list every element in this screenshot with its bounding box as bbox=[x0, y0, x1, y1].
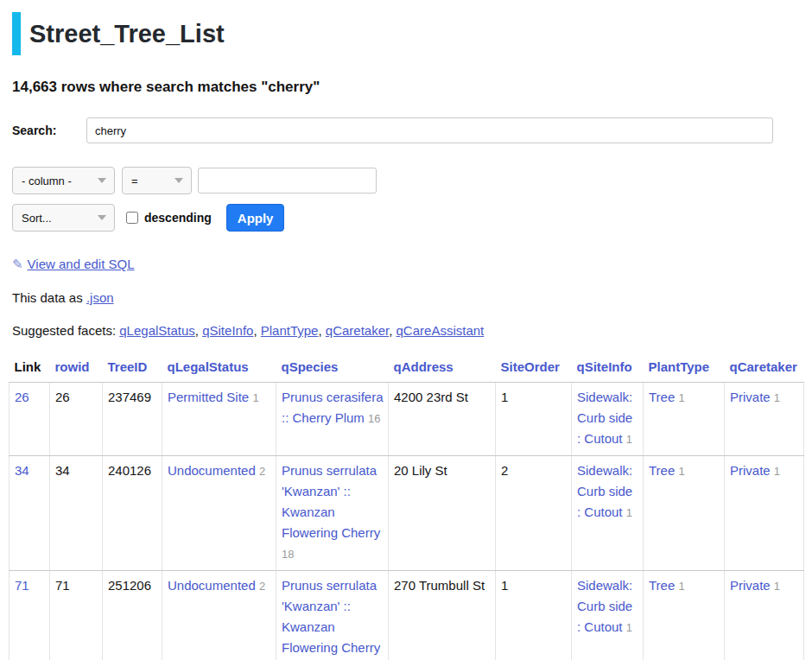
cell-qCaretaker: Private 1 bbox=[725, 571, 804, 660]
cell-Link: 34 bbox=[10, 456, 50, 571]
filter-value-input[interactable] bbox=[198, 168, 377, 194]
facet-count: 1 bbox=[626, 621, 632, 634]
cell-rowid: 71 bbox=[50, 571, 103, 660]
facet-value-link[interactable]: Tree bbox=[649, 578, 675, 593]
column-header-SiteOrder[interactable]: SiteOrder bbox=[496, 356, 572, 383]
facet-value-link[interactable]: Prunus serrulata 'Kwanzan' :: Kwanzan Fl… bbox=[282, 578, 380, 655]
column-header-qSpecies[interactable]: qSpecies bbox=[276, 356, 389, 383]
facet-value-link[interactable]: Undocumented bbox=[168, 578, 256, 593]
facet-count: 1 bbox=[252, 391, 258, 404]
column-header-PlantType[interactable]: PlantType bbox=[644, 356, 725, 383]
cell-TreeID: 237469 bbox=[103, 383, 162, 456]
cell-SiteOrder: 1 bbox=[496, 571, 572, 660]
cell-rowid: 26 bbox=[50, 383, 103, 456]
column-select[interactable]: - column - bbox=[12, 167, 115, 194]
facet-value-link[interactable]: Undocumented bbox=[168, 463, 256, 478]
column-header-qLegalStatus[interactable]: qLegalStatus bbox=[162, 356, 276, 383]
cell-qAddress: 4200 23rd St bbox=[389, 383, 496, 456]
cell-qAddress: 270 Trumbull St bbox=[389, 571, 496, 660]
cell-qSiteInfo: Sidewalk: Curb side : Cutout 1 bbox=[572, 571, 644, 660]
facet-count: 1 bbox=[774, 465, 780, 478]
cell-Link: 26 bbox=[10, 383, 50, 456]
facet-link-qLegalStatus[interactable]: qLegalStatus bbox=[119, 323, 195, 338]
facet-value-link[interactable]: Private bbox=[730, 578, 771, 593]
apply-button[interactable]: Apply bbox=[226, 204, 285, 232]
facet-links: qLegalStatus, qSiteInfo, PlantType, qCar… bbox=[119, 323, 484, 338]
facet-count: 2 bbox=[259, 465, 265, 478]
cell-PlantType: Tree 1 bbox=[644, 456, 725, 571]
operator-select[interactable]: = bbox=[122, 167, 192, 194]
descending-checkbox[interactable] bbox=[126, 212, 138, 224]
view-edit-sql-link[interactable]: View and edit SQL bbox=[28, 257, 135, 271]
facet-count: 16 bbox=[368, 412, 380, 425]
column-header-qAddress[interactable]: qAddress bbox=[389, 356, 496, 383]
facet-link-PlantType[interactable]: PlantType bbox=[261, 323, 319, 338]
facet-value-link[interactable]: Private bbox=[730, 463, 771, 478]
cell-qSpecies: Prunus serrulata 'Kwanzan' :: Kwanzan Fl… bbox=[276, 571, 389, 660]
page: Street_Tree_List 14,663 rows where searc… bbox=[0, 0, 812, 660]
search-input[interactable] bbox=[86, 117, 773, 143]
cell-qSiteInfo: Sidewalk: Curb side : Cutout 1 bbox=[572, 383, 644, 456]
search-row: Search: bbox=[12, 117, 773, 143]
cell-TreeID: 251206 bbox=[103, 571, 162, 660]
row-count-summary: 14,663 rows where search matches "cherry… bbox=[12, 79, 800, 96]
facet-count: 1 bbox=[774, 391, 780, 404]
facet-value-link[interactable]: Sidewalk: Curb side : Cutout bbox=[577, 390, 632, 446]
column-header-qCaretaker[interactable]: qCaretaker bbox=[725, 356, 804, 383]
cell-SiteOrder: 1 bbox=[496, 383, 572, 456]
table-row: 7171251206Undocumented 2Prunus serrulata… bbox=[10, 571, 804, 660]
facet-count: 1 bbox=[626, 433, 632, 446]
row-link[interactable]: 26 bbox=[15, 390, 29, 404]
cell-qSiteInfo: Sidewalk: Curb side : Cutout 1 bbox=[572, 456, 644, 571]
sort-select[interactable]: Sort... bbox=[12, 204, 115, 232]
cell-qCaretaker: Private 1 bbox=[725, 456, 804, 571]
data-as-prefix: This data as bbox=[12, 290, 83, 305]
descending-label: descending bbox=[144, 211, 212, 225]
data-format-link[interactable]: .json bbox=[86, 290, 114, 305]
row-link[interactable]: 71 bbox=[15, 578, 29, 593]
column-header-Link: Link bbox=[10, 356, 50, 383]
title-block: Street_Tree_List bbox=[12, 12, 800, 55]
facet-value-link[interactable]: Private bbox=[730, 390, 771, 404]
row-link[interactable]: 34 bbox=[15, 463, 29, 478]
facet-link-qCareAssistant[interactable]: qCareAssistant bbox=[396, 323, 485, 338]
cell-PlantType: Tree 1 bbox=[644, 383, 725, 456]
column-header-qSiteInfo[interactable]: qSiteInfo bbox=[572, 356, 644, 383]
facet-link-qSiteInfo[interactable]: qSiteInfo bbox=[202, 323, 253, 338]
facet-count: 2 bbox=[259, 580, 265, 593]
pencil-icon: ✎ bbox=[12, 257, 23, 271]
facet-value-link[interactable]: Sidewalk: Curb side : Cutout bbox=[577, 463, 632, 519]
cell-qAddress: 20 Lily St bbox=[389, 456, 496, 571]
facet-count: 18 bbox=[282, 548, 294, 561]
facet-value-link[interactable]: Sidewalk: Curb side : Cutout bbox=[577, 578, 632, 634]
operator-select-wrap: = bbox=[115, 167, 192, 194]
cell-qSpecies: Prunus serrulata 'Kwanzan' :: Kwanzan Fl… bbox=[276, 456, 389, 571]
facet-count: 1 bbox=[678, 465, 684, 478]
cell-qLegalStatus: Undocumented 2 bbox=[162, 571, 276, 660]
facet-count: 1 bbox=[774, 580, 780, 593]
sort-row: Sort... descending Apply bbox=[12, 204, 800, 232]
facet-link-qCaretaker[interactable]: qCaretaker bbox=[326, 323, 389, 338]
column-header-rowid[interactable]: rowid bbox=[50, 356, 103, 383]
filter-row: - column - = bbox=[12, 167, 800, 194]
table-body: 2626237469Permitted Site 1Prunus cerasif… bbox=[10, 383, 804, 660]
cell-Link: 71 bbox=[10, 571, 50, 660]
data-as-row: This data as .json bbox=[12, 290, 800, 305]
sort-select-wrap: Sort... bbox=[12, 204, 115, 232]
cell-qLegalStatus: Undocumented 2 bbox=[162, 456, 276, 571]
cell-SiteOrder: 2 bbox=[496, 456, 572, 571]
facets-row: Suggested facets: qLegalStatus, qSiteInf… bbox=[12, 323, 800, 338]
column-header-TreeID[interactable]: TreeID bbox=[103, 356, 162, 383]
facet-value-link[interactable]: Tree bbox=[649, 463, 675, 478]
cell-qCaretaker: Private 1 bbox=[725, 383, 804, 456]
cell-rowid: 34 bbox=[50, 456, 103, 571]
facet-value-link[interactable]: Tree bbox=[649, 390, 675, 404]
facet-value-link[interactable]: Permitted Site bbox=[168, 390, 249, 404]
data-as-links: .json bbox=[86, 290, 114, 305]
facets-prefix: Suggested facets: bbox=[12, 323, 116, 338]
column-select-wrap: - column - bbox=[12, 167, 115, 194]
cell-qLegalStatus: Permitted Site 1 bbox=[162, 383, 276, 456]
results-table: LinkrowidTreeIDqLegalStatusqSpeciesqAddr… bbox=[9, 356, 804, 660]
facet-value-link[interactable]: Prunus serrulata 'Kwanzan' :: Kwanzan Fl… bbox=[282, 463, 380, 540]
cell-PlantType: Tree 1 bbox=[644, 571, 725, 660]
